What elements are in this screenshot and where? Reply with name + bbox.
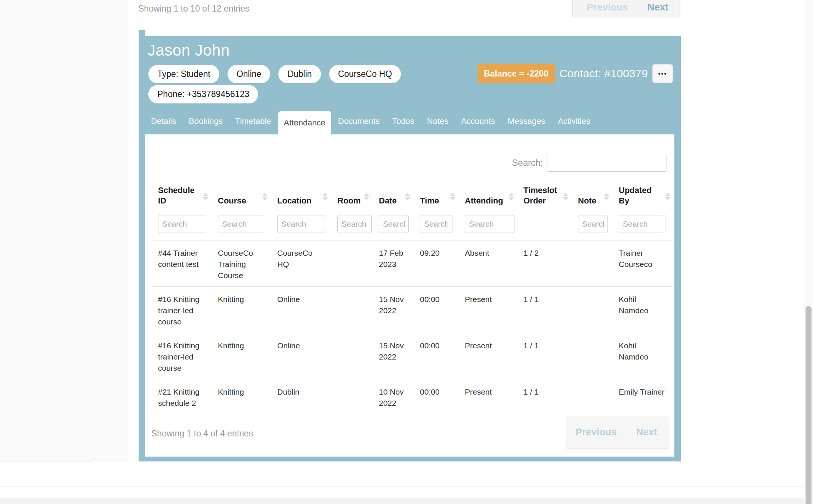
tab-bookings[interactable]: Bookings: [183, 108, 228, 134]
column-header-course[interactable]: Course: [211, 178, 271, 211]
filter-input-location[interactable]: [277, 215, 325, 233]
table-cell-date: 15 Nov 2022: [372, 333, 413, 379]
column-header-room[interactable]: Room: [331, 178, 372, 211]
profile-header-right: Balance = -2200 Contact: #100379 •••: [477, 64, 673, 83]
column-header-label: Updated By: [619, 186, 652, 205]
filter-input-course[interactable]: [218, 215, 265, 233]
tab-todos[interactable]: Todos: [387, 108, 420, 134]
student-name: Jason John: [148, 39, 230, 62]
table-cell-schedule-id: #44 Trainer content test: [151, 240, 211, 287]
table-cell-room: [331, 379, 372, 414]
filter-cell-course: [211, 211, 271, 240]
table-cell-attending: Absent: [458, 240, 517, 287]
balance-badge: Balance = -2200: [477, 64, 555, 83]
student-phone-pills: Phone: +353789456123: [148, 85, 258, 103]
tab-accounts[interactable]: Accounts: [455, 108, 501, 134]
entries-info-top: Showing 1 to 10 of 12 entries: [138, 4, 250, 14]
table-row: #16 Knitting trainer-led courseKnittingO…: [151, 333, 673, 379]
entries-info-bottom: Showing 1 to 4 of 4 entries: [151, 429, 253, 439]
table-cell-time: 00:00: [413, 379, 458, 414]
next-button-top[interactable]: Next: [647, 1, 668, 13]
sort-icon[interactable]: [262, 193, 268, 201]
table-cell-room: [331, 240, 372, 287]
scrollbar-track[interactable]: [804, 0, 813, 504]
column-header-schedule-id[interactable]: Schedule ID: [151, 178, 211, 211]
table-cell-updated-by: Emily Trainer: [612, 379, 673, 414]
tab-documents[interactable]: Documents: [333, 108, 385, 134]
table-cell-course: Knitting: [211, 287, 271, 333]
filter-input-room[interactable]: [337, 215, 372, 233]
column-header-attending[interactable]: Attending: [458, 178, 517, 211]
sort-icon[interactable]: [508, 193, 514, 201]
filter-cell-updated-by: [612, 211, 673, 240]
sort-icon[interactable]: [322, 193, 328, 201]
scrollbar-thumb[interactable]: [806, 306, 812, 504]
filter-cell-date: [372, 211, 413, 240]
column-header-label: Room: [337, 196, 361, 205]
filter-cell-timeslot-order: [517, 211, 571, 240]
filter-input-time[interactable]: [420, 215, 452, 233]
screen: Showing 1 to 10 of 12 entries Previous N…: [0, 0, 813, 504]
column-header-location[interactable]: Location: [271, 178, 331, 211]
filter-input-date[interactable]: [379, 215, 409, 233]
tab-attendance[interactable]: Attendance: [278, 111, 331, 134]
column-header-label: Date: [379, 196, 397, 205]
filter-input-attending[interactable]: [465, 215, 514, 233]
next-button-bottom[interactable]: Next: [636, 426, 657, 438]
pill-courseco-hq: CourseCo HQ: [329, 65, 401, 83]
table-cell-date: 15 Nov 2022: [372, 287, 413, 333]
sort-icon[interactable]: [450, 193, 455, 201]
column-header-timeslot-order[interactable]: Timeslot Order: [517, 178, 571, 211]
table-cell-timeslot-order: 1 / 1: [517, 287, 571, 333]
filter-input-updated-by[interactable]: [619, 215, 665, 233]
ellipsis-icon: •••: [658, 71, 667, 77]
tab-details[interactable]: Details: [145, 108, 182, 134]
filter-cell-time: [413, 211, 458, 240]
sort-icon[interactable]: [665, 193, 670, 201]
table-cell-date: 17 Feb 2023: [372, 240, 413, 287]
attendance-panel: Search: Schedule IDCourseLocationRoomDat…: [145, 134, 674, 457]
table-cell-time: 00:00: [413, 287, 458, 333]
filter-cell-attending: [458, 211, 517, 240]
sort-icon[interactable]: [364, 193, 369, 201]
table-search-row: Search:: [512, 154, 667, 172]
sort-icon[interactable]: [604, 193, 609, 201]
previous-button-top[interactable]: Previous: [587, 1, 628, 13]
column-header-label: Attending: [465, 196, 503, 205]
column-header-time[interactable]: Time: [413, 178, 458, 211]
table-cell-attending: Present: [458, 333, 517, 379]
profile-tab-bar: DetailsBookingsTimetableAttendanceDocume…: [145, 108, 596, 134]
left-sidebar-panel: [0, 0, 96, 461]
filter-cell-room: [331, 211, 372, 240]
table-row: #16 Knitting trainer-led courseKnittingO…: [151, 287, 673, 333]
previous-button-bottom[interactable]: Previous: [576, 426, 617, 438]
tab-messages[interactable]: Messages: [502, 108, 551, 134]
table-cell-schedule-id: #16 Knitting trainer-led course: [151, 287, 211, 333]
student-profile-card: Jason John Type: StudentOnlineDublinCour…: [139, 36, 681, 461]
column-header-label: Location: [277, 196, 312, 205]
table-cell-location: Dublin: [271, 379, 331, 414]
filter-input-note[interactable]: [578, 215, 608, 233]
tab-timetable[interactable]: Timetable: [230, 108, 277, 134]
sort-icon[interactable]: [203, 193, 208, 201]
table-cell-location: CourseCo HQ: [271, 240, 331, 287]
table-cell-timeslot-order: 1 / 1: [517, 379, 571, 414]
sort-icon[interactable]: [563, 193, 568, 201]
contact-id: Contact: #100379: [559, 67, 648, 80]
column-header-note[interactable]: Note: [571, 178, 612, 211]
table-cell-timeslot-order: 1 / 1: [517, 333, 571, 379]
pill-type-student: Type: Student: [148, 65, 219, 83]
table-cell-room: [331, 287, 372, 333]
footer-divider: [0, 486, 813, 486]
table-cell-note: [571, 333, 612, 379]
global-search-input[interactable]: [547, 154, 667, 172]
more-options-button[interactable]: •••: [652, 64, 673, 83]
tab-notes[interactable]: Notes: [421, 108, 454, 134]
column-header-date[interactable]: Date: [372, 178, 413, 211]
sort-icon[interactable]: [405, 193, 410, 201]
filter-input-schedule-id[interactable]: [158, 215, 205, 233]
column-header-label: Timeslot Order: [523, 186, 557, 205]
column-header-updated-by[interactable]: Updated By: [612, 178, 673, 211]
tab-activities[interactable]: Activities: [552, 108, 596, 134]
table-row: #44 Trainer content testCourseCo Trainin…: [151, 240, 673, 287]
